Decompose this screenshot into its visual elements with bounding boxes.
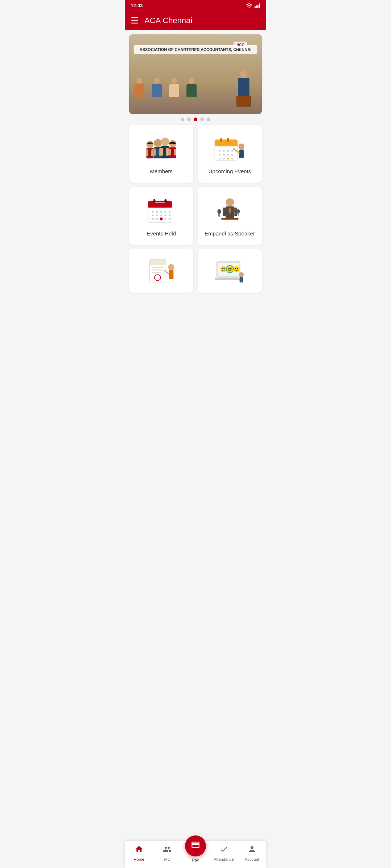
svg-point-0 [249,7,250,8]
svg-point-33 [231,154,233,156]
signal-icon [255,3,260,8]
cards-grid: Members [125,125,266,297]
wifi-icon [246,3,252,8]
empanel-speaker-icon-area [212,197,248,226]
banner-carousel: ASSOCIATION OF CHARTERED ACCOUNTANTS, CH… [129,34,262,114]
card6-illustration [212,257,248,286]
status-bar: 12:03 [125,0,266,11]
svg-point-95 [235,268,236,269]
dot-2[interactable] [187,118,191,121]
svg-rect-2 [256,5,257,8]
svg-point-41 [233,148,235,150]
svg-point-98 [239,272,244,277]
svg-point-9 [154,139,162,147]
svg-point-31 [223,154,224,156]
upcoming-events-illustration [212,135,248,164]
svg-point-89 [223,268,224,269]
members-label: Members [150,168,173,174]
svg-point-81 [168,264,174,270]
seated-figures [133,78,198,99]
card-6[interactable] [198,249,262,293]
svg-rect-8 [151,149,154,156]
svg-point-49 [156,210,158,212]
svg-point-29 [231,150,233,152]
dot-3[interactable] [194,118,197,121]
svg-rect-47 [155,202,165,203]
empanel-speaker-illustration [212,197,248,226]
card-upcoming-events[interactable]: Upcoming Events [198,125,262,183]
card-events-held[interactable]: Events Held [129,187,193,245]
app-bar: ☰ ACA Chennai [125,11,266,30]
svg-rect-74 [221,218,239,220]
svg-rect-11 [153,148,156,156]
svg-point-51 [164,210,166,212]
events-held-label: Events Held [147,230,176,237]
figure-2 [150,78,163,99]
svg-rect-76 [149,260,166,265]
svg-point-26 [219,150,220,152]
svg-rect-15 [160,148,163,156]
card-members[interactable]: Members [129,125,193,183]
svg-rect-1 [255,6,256,8]
menu-icon[interactable]: ☰ [131,16,139,26]
svg-point-52 [169,210,171,212]
card-empanel-speaker[interactable]: Empanel as Speaker [198,187,262,245]
svg-point-30 [219,154,220,156]
card5-icon-area [143,257,180,286]
svg-point-61 [164,218,166,220]
events-held-icon-area [143,197,180,226]
dot-4[interactable] [200,118,204,121]
svg-point-35 [223,157,224,159]
card6-icon-area [212,257,248,286]
svg-point-37 [231,157,233,159]
svg-rect-79 [152,272,161,273]
svg-rect-7 [146,149,148,156]
dot-1[interactable] [181,118,184,121]
podium-person [236,71,251,107]
svg-point-88 [222,268,223,269]
figure-3 [168,78,181,99]
figure-4 [185,78,198,99]
svg-point-87 [220,266,226,272]
svg-point-63 [226,198,234,206]
banner-logo: HCC [234,42,247,48]
svg-rect-86 [215,278,242,280]
svg-point-91 [228,268,229,269]
upcoming-events-icon-area [212,135,248,164]
status-icons [246,3,260,8]
svg-rect-24 [220,137,222,142]
svg-point-53 [152,214,154,216]
svg-point-59 [156,218,158,220]
svg-rect-78 [152,269,164,271]
status-time: 12:03 [131,3,143,8]
events-held-illustration [143,197,180,226]
svg-point-38 [238,143,244,149]
svg-rect-3 [257,4,258,8]
carousel-dots [125,114,266,125]
svg-rect-25 [227,137,229,142]
svg-rect-4 [259,3,260,8]
dot-5[interactable] [207,118,210,121]
svg-point-62 [169,218,171,220]
svg-rect-82 [169,270,173,279]
card-5[interactable] [129,249,193,293]
upcoming-events-label: Upcoming Events [209,168,251,174]
svg-point-5 [146,140,154,148]
svg-point-58 [152,218,154,220]
svg-point-13 [161,137,169,146]
members-icon-area [143,135,180,164]
svg-point-32 [227,154,229,156]
svg-rect-16 [166,148,169,156]
members-illustration [143,135,180,164]
app-title: ACA Chennai [144,16,192,25]
svg-point-96 [237,268,238,269]
svg-point-28 [227,150,229,152]
svg-point-55 [160,214,162,216]
svg-rect-39 [239,149,244,158]
svg-rect-99 [239,277,243,282]
svg-point-36 [227,157,229,159]
svg-point-56 [164,214,166,216]
svg-point-27 [223,150,224,152]
svg-rect-69 [217,209,221,214]
empanel-speaker-label: Empanel as Speaker [205,230,255,237]
